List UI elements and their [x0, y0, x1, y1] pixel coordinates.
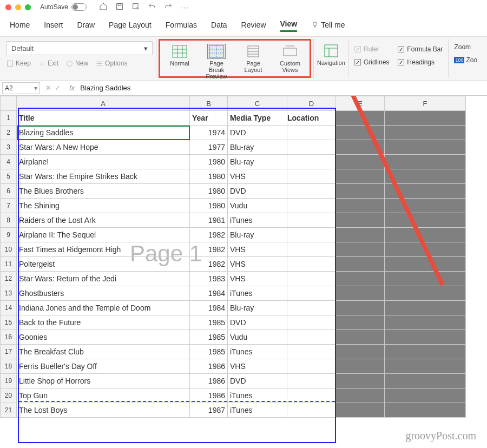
cell[interactable]	[336, 126, 385, 140]
cell[interactable]	[385, 184, 466, 199]
cell[interactable]	[287, 199, 336, 213]
cell[interactable]	[385, 359, 466, 374]
ruler-checkbox[interactable]: ✓Ruler	[354, 45, 389, 53]
cell[interactable]: Star Wars: Return of the Jedi	[17, 272, 190, 286]
cell[interactable]	[336, 228, 385, 242]
cell[interactable]: DVD	[228, 184, 287, 199]
row-header[interactable]: 20	[1, 388, 17, 403]
select-all-corner[interactable]	[1, 96, 17, 111]
cell[interactable]	[287, 330, 336, 345]
enter-icon[interactable]: ✓	[55, 84, 61, 92]
cell[interactable]: Vudu	[228, 199, 287, 213]
cell[interactable]	[336, 374, 385, 388]
formula-bar-checkbox[interactable]: ✓Formula Bar	[398, 45, 443, 53]
cell[interactable]: Raiders of the Lost Ark	[17, 213, 190, 228]
cell[interactable]	[385, 374, 466, 388]
cell[interactable]	[336, 388, 385, 403]
cell[interactable]	[287, 126, 336, 140]
cell[interactable]	[385, 242, 466, 257]
cell[interactable]: Airplane II: The Sequel	[17, 228, 190, 242]
col-header-C[interactable]: C	[228, 96, 287, 111]
cell[interactable]: Year	[190, 111, 228, 126]
col-header-A[interactable]: A	[17, 96, 190, 111]
minimize-traffic-light[interactable]	[15, 4, 21, 10]
cell[interactable]: 1987	[190, 403, 228, 418]
cell[interactable]: iTunes	[228, 388, 287, 403]
cell[interactable]	[385, 169, 466, 184]
row-header[interactable]: 6	[1, 184, 17, 199]
cell[interactable]	[385, 286, 466, 301]
cell[interactable]: VHS	[228, 242, 287, 257]
undo-icon[interactable]	[148, 2, 156, 12]
cell[interactable]: 1985	[190, 330, 228, 345]
autosave-toggle[interactable]	[71, 3, 87, 11]
save-as-icon[interactable]	[131, 2, 140, 12]
cell[interactable]: iTunes	[228, 213, 287, 228]
cell[interactable]: 1982	[190, 228, 228, 242]
cell[interactable]: Ferris Bueller's Day Off	[17, 359, 190, 374]
cell[interactable]	[287, 169, 336, 184]
redo-icon[interactable]	[164, 2, 173, 12]
more-icon[interactable]: ···	[180, 3, 189, 11]
cell[interactable]: 1982	[190, 257, 228, 272]
cell[interactable]	[336, 359, 385, 374]
cell[interactable]	[287, 388, 336, 403]
cell[interactable]	[385, 126, 466, 140]
cell[interactable]	[287, 184, 336, 199]
cell[interactable]	[385, 111, 466, 126]
cell[interactable]: iTunes	[228, 345, 287, 359]
cell[interactable]	[336, 315, 385, 330]
cell[interactable]	[336, 403, 385, 418]
row-header[interactable]: 13	[1, 286, 17, 301]
normal-view-button[interactable]: Normal	[163, 43, 196, 68]
cell[interactable]: The Breakfast Club	[17, 345, 190, 359]
cell[interactable]	[336, 155, 385, 169]
cell[interactable]: The Lost Boys	[17, 403, 190, 418]
cell[interactable]: 1980	[190, 155, 228, 169]
new-button[interactable]: New	[66, 60, 88, 67]
tab-home[interactable]: Home	[10, 21, 30, 31]
cell[interactable]	[385, 403, 466, 418]
cell[interactable]	[287, 140, 336, 155]
cell[interactable]	[336, 140, 385, 155]
row-header[interactable]: 14	[1, 301, 17, 315]
cell[interactable]	[385, 301, 466, 315]
cell[interactable]	[385, 257, 466, 272]
row-header[interactable]: 12	[1, 272, 17, 286]
zoom-button[interactable]: Zoom	[454, 43, 471, 51]
cell[interactable]	[336, 199, 385, 213]
row-header[interactable]: 5	[1, 169, 17, 184]
fx-icon[interactable]: fx	[69, 84, 75, 92]
cell[interactable]: Title	[17, 111, 190, 126]
row-header[interactable]: 15	[1, 315, 17, 330]
row-header[interactable]: 11	[1, 257, 17, 272]
cell[interactable]: Location	[287, 111, 336, 126]
cell[interactable]	[336, 345, 385, 359]
row-header[interactable]: 16	[1, 330, 17, 345]
cell[interactable]	[385, 315, 466, 330]
worksheet[interactable]: ABCDEF1TitleYearMedia TypeLocation2Blazi…	[0, 96, 487, 448]
cell[interactable]	[336, 330, 385, 345]
tab-formulas[interactable]: Formulas	[166, 21, 197, 31]
row-header[interactable]: 21	[1, 403, 17, 418]
formula-input[interactable]: Blazing Saddles	[78, 84, 487, 92]
cell[interactable]: 1985	[190, 315, 228, 330]
cell[interactable]: 1977	[190, 140, 228, 155]
cancel-icon[interactable]: ✕	[45, 84, 51, 92]
cell[interactable]	[385, 388, 466, 403]
cell[interactable]	[287, 359, 336, 374]
row-header[interactable]: 10	[1, 242, 17, 257]
tab-page-layout[interactable]: Page Layout	[109, 21, 152, 31]
cell[interactable]: 1980	[190, 199, 228, 213]
gridlines-checkbox[interactable]: ✓Gridlines	[354, 58, 389, 66]
cell[interactable]: The Shining	[17, 199, 190, 213]
col-header-F[interactable]: F	[385, 96, 466, 111]
row-header[interactable]: 2	[1, 126, 17, 140]
cell[interactable]	[336, 257, 385, 272]
col-header-D[interactable]: D	[287, 96, 336, 111]
tab-view[interactable]: View	[280, 19, 298, 32]
col-header-E[interactable]: E	[336, 96, 385, 111]
cell[interactable]	[287, 374, 336, 388]
tab-tell-me[interactable]: Tell me	[321, 21, 345, 31]
cell[interactable]: DVD	[228, 126, 287, 140]
